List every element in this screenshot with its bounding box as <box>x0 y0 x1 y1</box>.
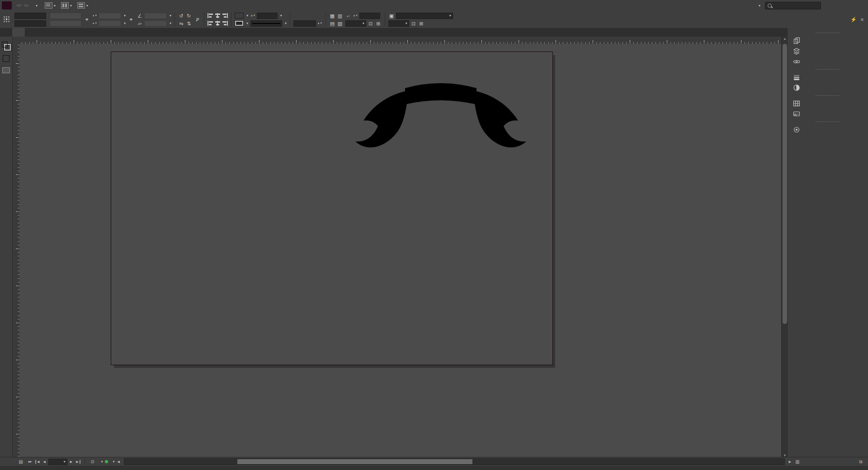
chevron-down-icon[interactable]: ▾ <box>285 21 287 25</box>
panel-button-cc-libraries[interactable] <box>788 108 868 119</box>
pasteboard[interactable] <box>19 44 781 457</box>
wrap-shape-icon[interactable]: ▧ <box>337 20 343 27</box>
reference-point-proxy[interactable] <box>4 16 10 23</box>
greeting-text[interactable] <box>352 317 529 329</box>
chevron-down-icon[interactable]: ▾ <box>170 21 171 25</box>
horizontal-scroll-thumb[interactable] <box>237 459 472 464</box>
chevron-down-icon[interactable]: ▾ <box>246 14 248 18</box>
rotate-ccw-button[interactable]: ↺ <box>178 13 184 19</box>
stepper-icon[interactable]: ▲▼ <box>92 22 97 24</box>
distribute-left-button[interactable] <box>208 21 213 26</box>
wrap-around-icon[interactable]: ▥ <box>337 13 343 19</box>
panel-button-kontur[interactable] <box>788 72 868 82</box>
fill-stroke-proxy[interactable] <box>2 42 11 51</box>
scroll-right-icon[interactable]: ▶ <box>788 460 792 464</box>
stroke-style-dropdown[interactable] <box>250 20 282 27</box>
flip-vertical-button[interactable]: ⇅ <box>186 20 192 27</box>
screen-mode-dropdown[interactable]: ▾ <box>61 2 72 9</box>
align-right-button[interactable] <box>222 13 228 18</box>
chevron-down-icon[interactable]: ▾ <box>124 21 126 25</box>
document-tab[interactable] <box>12 28 25 37</box>
fill-color-swatch[interactable] <box>235 13 244 19</box>
rotation-angle-field[interactable] <box>144 13 167 19</box>
preflight-icon[interactable]: ⊙ <box>89 459 96 464</box>
horizontal-ruler[interactable] <box>19 37 781 44</box>
constrain-scale-icon[interactable]: ⚭ <box>128 16 134 23</box>
panel-collapse-icon[interactable] <box>0 28 12 37</box>
chevron-down-icon[interactable]: ▾ <box>246 21 248 25</box>
gingerbread-man[interactable] <box>398 132 475 256</box>
scale-x-field[interactable] <box>99 13 121 19</box>
chevron-down-icon[interactable]: ▾ <box>113 460 115 464</box>
flip-horizontal-button[interactable]: ⇋ <box>178 20 184 27</box>
y-position-field[interactable] <box>14 20 46 27</box>
style-override-dropdown[interactable]: ▾ <box>388 20 409 27</box>
quick-apply-icon[interactable]: ⚡ <box>850 16 857 23</box>
view-options-dropdown[interactable]: ▾ <box>45 2 56 9</box>
search-input[interactable] <box>765 2 821 9</box>
rotate-cw-button[interactable]: ↻ <box>186 13 192 19</box>
dock-group-grip[interactable] <box>816 69 840 70</box>
auto-fit-button[interactable]: ⊞ <box>418 20 425 27</box>
next-page-button[interactable]: ▶ <box>69 460 73 464</box>
scroll-left-icon[interactable]: ◀ <box>117 460 121 464</box>
fit-content-button[interactable]: ⊡ <box>368 20 374 27</box>
horizontal-scrollbar[interactable] <box>124 458 785 465</box>
width-field[interactable] <box>50 13 81 19</box>
ruler-origin[interactable] <box>12 37 20 44</box>
card-artwork[interactable] <box>111 52 552 365</box>
dock-group-grip[interactable] <box>816 33 840 33</box>
frame-fitting-button[interactable]: ⊡ <box>410 20 417 27</box>
zoom-level-dropdown[interactable]: ▾ <box>34 4 38 8</box>
stock-button[interactable] <box>24 5 28 6</box>
panel-button-seiten[interactable] <box>788 35 868 46</box>
distribute-center-button[interactable] <box>215 21 221 26</box>
stepper-icon[interactable]: ▲▼ <box>92 14 97 17</box>
corner-shape-dropdown[interactable]: ▾ <box>345 20 366 27</box>
christmas-card-page[interactable] <box>111 52 552 365</box>
preview-icon[interactable]: ▤ <box>17 459 24 464</box>
stepper-icon[interactable]: ▲▼ <box>250 14 255 17</box>
scale-y-field[interactable] <box>99 20 121 27</box>
previous-page-button[interactable]: ◀ <box>42 460 46 464</box>
align-left-button[interactable] <box>208 13 213 18</box>
wrap-jump-icon[interactable]: ▤ <box>329 20 335 27</box>
panel-button-farbe[interactable] <box>788 82 868 93</box>
last-page-button[interactable]: ▶ <box>75 460 80 464</box>
wrap-none-icon[interactable]: ▦ <box>329 13 335 19</box>
arrange-documents-dropdown[interactable]: ▾ <box>77 2 88 9</box>
vertical-scroll-thumb[interactable] <box>783 44 787 324</box>
chevron-down-icon[interactable]: ▾ <box>170 14 171 18</box>
first-page-button[interactable]: ◀ <box>35 460 40 464</box>
panel-button-ebenen[interactable] <box>788 46 868 56</box>
stepper-icon[interactable]: ▲▼ <box>317 22 322 24</box>
spread-view-icon[interactable]: ▥ <box>794 459 801 464</box>
corner-radius-field[interactable] <box>359 13 380 19</box>
chevron-down-icon[interactable]: ▾ <box>280 14 282 18</box>
dock-group-grip[interactable] <box>816 95 840 96</box>
screen-mode-button[interactable] <box>2 67 10 73</box>
expand-panel-icon[interactable]: ⧉ <box>857 459 864 465</box>
dock-group-grip[interactable] <box>816 122 840 122</box>
fit-frame-button[interactable]: ⊞ <box>375 20 382 27</box>
applied-color-swatch[interactable] <box>3 55 9 62</box>
ribbon-banner[interactable] <box>355 83 526 147</box>
panel-menu-icon[interactable]: ≡ <box>859 16 865 23</box>
opacity-field[interactable] <box>293 20 316 27</box>
x-position-field[interactable] <box>14 13 46 19</box>
constrain-dimensions-icon[interactable]: ⚭ <box>84 16 90 23</box>
fill-chip[interactable] <box>2 42 8 47</box>
object-style-dropdown[interactable]: ▾ <box>396 13 453 19</box>
panel-button-attribute[interactable] <box>788 124 868 135</box>
stepper-icon[interactable]: ▲▼ <box>353 14 358 17</box>
chevron-down-icon[interactable]: ▾ <box>101 460 103 464</box>
vertical-ruler[interactable] <box>12 44 20 457</box>
workspace-switcher[interactable]: ▾ <box>757 4 760 8</box>
share-icon[interactable]: ➦ <box>26 459 33 464</box>
panel-button-farbfelder[interactable] <box>788 98 868 108</box>
stroke-weight-field[interactable] <box>257 13 278 19</box>
align-center-button[interactable] <box>215 13 221 18</box>
chevron-down-icon[interactable]: ▾ <box>124 14 126 18</box>
stroke-color-swatch[interactable] <box>235 20 244 26</box>
panel-button-verknuepfungen[interactable] <box>788 56 868 66</box>
